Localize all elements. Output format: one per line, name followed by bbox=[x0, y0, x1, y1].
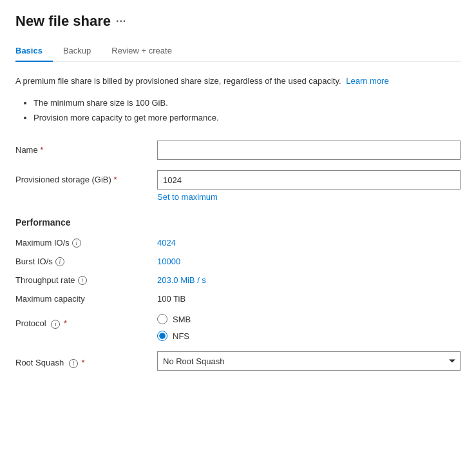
tab-backup[interactable]: Backup bbox=[63, 41, 101, 62]
burst-ios-label: Burst IO/s i bbox=[15, 257, 157, 266]
protocol-info-icon[interactable]: i bbox=[51, 320, 60, 329]
root-squash-select[interactable]: No Root Squash Root Squash All Squash bbox=[157, 351, 461, 371]
root-squash-row: Root Squash i * No Root Squash Root Squa… bbox=[15, 351, 461, 371]
root-squash-label: Root Squash i * bbox=[15, 353, 157, 369]
provisioned-control: Set to maximum bbox=[157, 170, 461, 202]
protocol-row: Protocol i * SMB NFS bbox=[15, 314, 461, 341]
name-required-indicator: * bbox=[40, 145, 43, 155]
max-capacity-value: 100 TiB bbox=[157, 294, 186, 304]
protocol-nfs-radio[interactable] bbox=[157, 331, 167, 341]
throughput-value: 203.0 MiB / s bbox=[157, 275, 206, 285]
protocol-options: SMB NFS bbox=[157, 314, 461, 341]
max-ios-value: 4024 bbox=[157, 238, 176, 248]
throughput-info-icon[interactable]: i bbox=[78, 276, 87, 285]
burst-ios-value: 10000 bbox=[157, 257, 180, 266]
burst-ios-row: Burst IO/s i 10000 bbox=[15, 257, 461, 266]
max-ios-info-icon[interactable]: i bbox=[72, 239, 81, 248]
page-title-text: New file share bbox=[15, 13, 111, 30]
ellipsis-menu-icon[interactable]: ··· bbox=[116, 15, 126, 27]
protocol-required-indicator: * bbox=[64, 318, 67, 328]
provisioned-label: Provisioned storage (GiB) * bbox=[15, 170, 157, 186]
throughput-row: Throughput rate i 203.0 MiB / s bbox=[15, 275, 461, 285]
set-to-maximum-link[interactable]: Set to maximum bbox=[157, 192, 218, 202]
root-squash-select-wrapper: No Root Squash Root Squash All Squash bbox=[157, 351, 461, 371]
provisioned-required-indicator: * bbox=[113, 175, 117, 184]
max-ios-label: Maximum IO/s i bbox=[15, 238, 157, 248]
info-banner-text: A premium file share is billed by provis… bbox=[15, 76, 341, 86]
protocol-label: Protocol i * bbox=[15, 314, 157, 329]
root-squash-info-icon[interactable]: i bbox=[69, 359, 78, 368]
name-field-row: Name * bbox=[15, 141, 461, 160]
learn-more-link[interactable]: Learn more bbox=[346, 76, 388, 86]
protocol-smb-option[interactable]: SMB bbox=[157, 314, 461, 324]
protocol-smb-radio[interactable] bbox=[157, 314, 167, 324]
name-control bbox=[157, 141, 461, 160]
burst-ios-info-icon[interactable]: i bbox=[55, 257, 64, 266]
name-label: Name * bbox=[15, 141, 157, 156]
performance-section: Performance Maximum IO/s i 4024 Burst IO… bbox=[15, 217, 461, 304]
protocol-nfs-option[interactable]: NFS bbox=[157, 331, 461, 341]
protocol-smb-label: SMB bbox=[173, 315, 191, 324]
bullet-item-2: Provision more capacity to get more perf… bbox=[33, 110, 461, 125]
tabs-container: Basics Backup Review + create bbox=[15, 40, 461, 62]
throughput-label: Throughput rate i bbox=[15, 275, 157, 285]
root-squash-required-indicator: * bbox=[81, 358, 84, 367]
max-capacity-label: Maximum capacity bbox=[15, 294, 157, 304]
max-ios-row: Maximum IO/s i 4024 bbox=[15, 238, 461, 248]
performance-header: Performance bbox=[15, 217, 461, 228]
bullet-item-1: The minimum share size is 100 GiB. bbox=[33, 95, 461, 110]
page-title: New file share ··· bbox=[15, 13, 461, 30]
tab-basics[interactable]: Basics bbox=[15, 41, 53, 62]
info-banner: A premium file share is billed by provis… bbox=[15, 75, 461, 88]
protocol-options-group: SMB NFS bbox=[157, 314, 461, 341]
info-bullets: The minimum share size is 100 GiB. Provi… bbox=[15, 95, 461, 126]
root-squash-control: No Root Squash Root Squash All Squash bbox=[157, 351, 461, 371]
provisioned-storage-row: Provisioned storage (GiB) * Set to maxim… bbox=[15, 170, 461, 202]
name-input[interactable] bbox=[157, 141, 461, 160]
max-capacity-row: Maximum capacity 100 TiB bbox=[15, 294, 461, 304]
provisioned-storage-input[interactable] bbox=[157, 170, 461, 190]
tab-review-create[interactable]: Review + create bbox=[111, 41, 182, 62]
protocol-nfs-label: NFS bbox=[173, 331, 189, 341]
